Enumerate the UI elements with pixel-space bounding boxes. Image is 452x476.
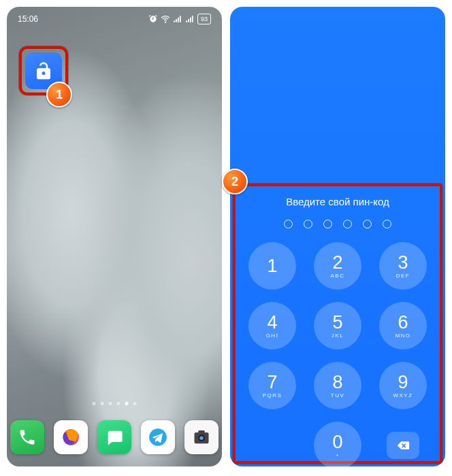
phone-pinlock: Введите свой пин-код 12ABC3DEF4GHI5JKL6M… <box>230 7 445 466</box>
pin-progress <box>284 220 391 228</box>
dock-app-telegram[interactable] <box>141 420 175 454</box>
svg-rect-5 <box>198 430 204 433</box>
key-4[interactable]: 4GHI <box>248 302 296 350</box>
keypad: 12ABC3DEF4GHI5JKL6MNO7PQRS8TUV9WXYZ0+ <box>248 242 427 466</box>
key-3[interactable]: 3DEF <box>379 242 427 290</box>
key-blank <box>248 422 296 466</box>
signal-icon <box>173 14 182 24</box>
status-icons: 93 <box>148 14 211 24</box>
status-bar: 15:06 93 <box>7 7 222 29</box>
dock-app-firefox[interactable] <box>54 420 88 454</box>
callout-1: 1 <box>46 82 72 107</box>
pin-title: Введите свой пин-код <box>286 196 389 207</box>
key-6[interactable]: 6MNO <box>379 302 427 350</box>
svg-point-4 <box>199 436 203 439</box>
key-0[interactable]: 0+ <box>314 422 361 466</box>
wifi-icon <box>161 14 170 24</box>
dock-app-camera[interactable] <box>184 420 219 454</box>
status-time: 15:06 <box>18 14 38 24</box>
key-backspace[interactable] <box>387 432 419 459</box>
key-5[interactable]: 5JKL <box>314 302 361 350</box>
backspace-icon <box>396 439 410 452</box>
dock-app-messages[interactable] <box>97 420 131 454</box>
dock <box>10 420 219 454</box>
page-indicator <box>93 402 137 405</box>
key-2[interactable]: 2ABC <box>314 242 361 290</box>
battery-icon: 93 <box>197 14 211 24</box>
pin-panel: Введите свой пин-код 12ABC3DEF4GHI5JKL6M… <box>233 184 442 464</box>
unlock-icon <box>33 61 54 81</box>
dock-app-phone[interactable] <box>10 420 44 454</box>
phone-homescreen: 15:06 93 <box>7 7 222 466</box>
key-7[interactable]: 7PQRS <box>248 362 296 409</box>
key-9[interactable]: 9WXYZ <box>379 362 427 409</box>
callout-2: 2 <box>222 169 248 194</box>
key-1[interactable]: 1 <box>248 242 296 290</box>
alarm-icon <box>148 14 158 24</box>
key-8[interactable]: 8TUV <box>314 362 361 409</box>
signal2-icon <box>185 14 195 24</box>
